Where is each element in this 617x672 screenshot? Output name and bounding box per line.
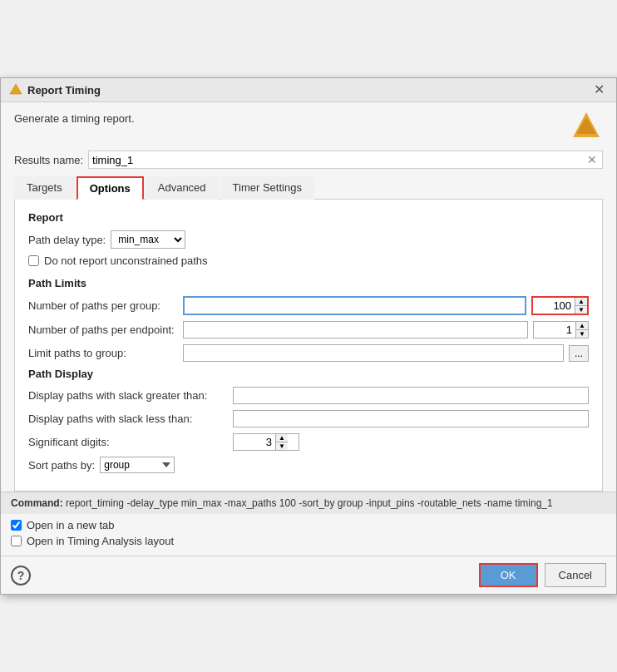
unconstrained-row: Do not report unconstrained paths (28, 254, 589, 267)
tab-advanced[interactable]: Advanced (146, 176, 219, 200)
sig-digits-spin-buttons: ▲ ▼ (275, 434, 288, 450)
path-display-title: Path Display (28, 368, 589, 380)
limit-paths-input[interactable] (183, 344, 564, 362)
close-button[interactable]: ✕ (590, 83, 608, 96)
sort-paths-label: Sort paths by: (28, 459, 95, 472)
slack-greater-label: Display paths with slack greater than: (28, 389, 228, 402)
results-name-input[interactable] (92, 154, 585, 166)
paths-per-group-row: Number of paths per group: ▲ ▼ (28, 296, 589, 315)
command-value: report_timing -delay_type min_max -max_p… (66, 497, 553, 509)
title-bar-left: Report Timing (9, 83, 101, 96)
command-label: Command: (11, 497, 63, 509)
title-bar: Report Timing ✕ (1, 78, 616, 102)
slack-greater-row: Display paths with slack greater than: (28, 387, 589, 404)
report-timing-dialog: Report Timing ✕ Generate a timing report… (0, 77, 617, 595)
tab-timer-settings[interactable]: Timer Settings (220, 176, 314, 200)
app-icon (9, 83, 22, 96)
generate-label: Generate a timing report. (14, 112, 135, 125)
sig-digits-label: Significant digits: (28, 436, 228, 448)
tab-options[interactable]: Options (77, 176, 144, 200)
path-delay-select[interactable]: min_max min max (111, 230, 185, 249)
report-section-title: Report (28, 211, 589, 224)
tab-targets[interactable]: Targets (14, 176, 75, 200)
sig-digits-row: Significant digits: ▲ ▼ (28, 433, 589, 451)
slack-less-input[interactable] (233, 410, 589, 427)
paths-per-endpoint-spinbox: ▲ ▼ (533, 321, 589, 338)
cancel-button[interactable]: Cancel (545, 563, 606, 587)
bottom-checks: Open in a new tab Open in Timing Analysi… (1, 514, 616, 556)
command-bar: Command: report_timing -delay_type min_m… (1, 492, 616, 514)
dialog-body: Generate a timing report. Results name: … (1, 102, 616, 492)
logo-icon (570, 111, 603, 144)
paths-per-endpoint-spin-input[interactable] (534, 322, 575, 338)
browse-button[interactable]: ... (569, 345, 589, 362)
open-new-tab-row: Open in a new tab (11, 519, 606, 531)
clear-results-button[interactable]: ✕ (585, 153, 599, 166)
sort-paths-row: Sort paths by: group slack name (28, 457, 589, 473)
paths-per-group-spin-buttons: ▲ ▼ (575, 298, 587, 314)
paths-per-endpoint-row: Number of paths per endpoint: ▲ ▼ (28, 321, 589, 338)
path-delay-label: Path delay type: (28, 234, 106, 246)
paths-per-group-spin-up[interactable]: ▲ (575, 298, 587, 306)
paths-per-group-label: Number of paths per group: (28, 299, 178, 312)
open-timing-layout-row: Open in Timing Analysis layout (11, 535, 606, 547)
tab-content-options: Report Path delay type: min_max min max … (14, 200, 603, 492)
svg-marker-0 (10, 84, 22, 94)
paths-per-endpoint-text-input[interactable] (183, 321, 528, 338)
limit-paths-label: Limit paths to group: (28, 347, 178, 359)
results-label: Results name: (14, 154, 83, 166)
header-row: Generate a timing report. (14, 111, 603, 144)
footer-bar: ? OK Cancel (1, 556, 616, 594)
paths-per-endpoint-label: Number of paths per endpoint: (28, 324, 178, 336)
path-limits-title: Path Limits (28, 277, 589, 289)
sig-digits-spin-down[interactable]: ▼ (276, 442, 288, 450)
tabs-bar: Targets Options Advanced Timer Settings (14, 175, 603, 200)
ok-button[interactable]: OK (479, 563, 538, 587)
sort-paths-select[interactable]: group slack name (100, 457, 175, 473)
sig-digits-spin-up[interactable]: ▲ (276, 434, 288, 442)
open-new-tab-label: Open in a new tab (27, 519, 115, 531)
sig-digits-input[interactable] (234, 434, 275, 450)
limit-paths-row: Limit paths to group: ... (28, 344, 589, 362)
paths-per-group-spin-input[interactable] (533, 298, 575, 314)
help-button[interactable]: ? (11, 566, 31, 586)
path-delay-row: Path delay type: min_max min max (28, 230, 589, 249)
paths-per-group-spin-down[interactable]: ▼ (575, 306, 587, 314)
unconstrained-label: Do not report unconstrained paths (44, 254, 208, 267)
open-timing-layout-label: Open in Timing Analysis layout (27, 535, 174, 547)
results-input-wrap: ✕ (88, 151, 603, 169)
slack-greater-input[interactable] (233, 387, 589, 404)
paths-per-endpoint-spin-buttons: ▲ ▼ (575, 322, 588, 338)
slack-less-row: Display paths with slack less than: (28, 410, 589, 427)
footer-right: OK Cancel (479, 563, 606, 587)
results-row: Results name: ✕ (14, 151, 603, 169)
slack-less-label: Display paths with slack less than: (28, 413, 228, 425)
paths-per-endpoint-spin-up[interactable]: ▲ (576, 322, 588, 330)
paths-per-group-spinbox: ▲ ▼ (531, 296, 589, 315)
sig-digits-spinbox: ▲ ▼ (233, 433, 299, 451)
open-timing-layout-checkbox[interactable] (11, 536, 22, 546)
paths-per-group-text-input[interactable] (183, 296, 526, 315)
open-new-tab-checkbox[interactable] (11, 520, 22, 531)
paths-per-endpoint-spin-down[interactable]: ▼ (576, 330, 588, 338)
unconstrained-checkbox[interactable] (28, 255, 39, 266)
window-title: Report Timing (27, 84, 101, 96)
